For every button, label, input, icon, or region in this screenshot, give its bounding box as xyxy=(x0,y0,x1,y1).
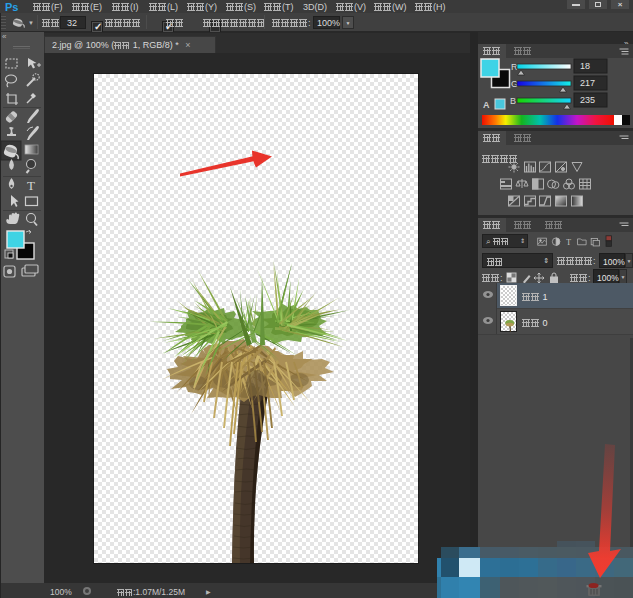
svg-text:217: 217 xyxy=(580,78,595,88)
svg-text:A: A xyxy=(483,100,490,110)
svg-text:235: 235 xyxy=(580,95,595,105)
svg-text:T: T xyxy=(27,178,35,193)
svg-text:18: 18 xyxy=(580,61,590,71)
svg-text:B: B xyxy=(510,96,516,106)
svg-text:«: « xyxy=(2,32,7,41)
svg-text:T: T xyxy=(566,238,571,247)
